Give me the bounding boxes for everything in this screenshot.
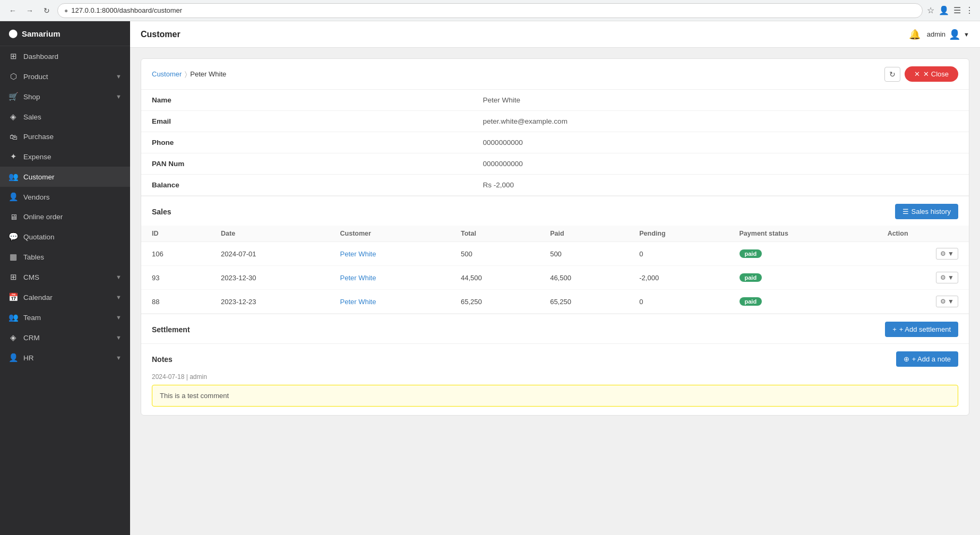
cell-paid: 500 — [539, 242, 629, 266]
hr-icon: 👤 — [8, 353, 18, 363]
sales-icon: ◈ — [8, 112, 18, 122]
app-layout: ⬤ Samarium ⊞ Dashboard ⬡ Product ▼ 🛒 Sho… — [0, 21, 980, 535]
sidebar-item-cms[interactable]: ⊞ CMS ▼ — [0, 267, 130, 287]
cell-customer[interactable]: Peter White — [330, 290, 450, 314]
back-button[interactable]: ← — [6, 4, 19, 17]
sidebar-item-shop[interactable]: 🛒 Shop ▼ — [0, 87, 130, 107]
close-button[interactable]: ✕ ✕ Close — [905, 66, 958, 82]
add-settlement-button[interactable]: + + Add settlement — [885, 322, 958, 337]
sidebar-item-dashboard[interactable]: ⊞ Dashboard — [0, 46, 130, 66]
cell-status: paid — [729, 290, 877, 314]
info-row-phone: Phone 0000000000 — [141, 132, 969, 153]
sidebar-item-left: 🛒 Shop — [8, 92, 40, 101]
sidebar-item-left: 🛍 Purchase — [8, 132, 54, 141]
sidebar-item-tables[interactable]: ▦ Tables — [0, 247, 130, 267]
col-header-action: Action — [877, 226, 969, 242]
sidebar-item-label: Vendors — [23, 193, 50, 201]
sidebar-item-purchase[interactable]: 🛍 Purchase — [0, 127, 130, 146]
chevron-icon: ▼ — [116, 274, 122, 280]
cell-pending: 0 — [629, 290, 728, 314]
user-avatar-icon: 👤 — [949, 29, 960, 40]
sidebar-item-online-order[interactable]: 🖥 Online order — [0, 207, 130, 227]
sidebar-item-label: Tables — [23, 253, 44, 261]
crm-icon: ◈ — [8, 333, 18, 342]
sidebar-item-quotation[interactable]: 💬 Quotation — [0, 227, 130, 247]
product-icon: ⬡ — [8, 72, 18, 81]
address-bar[interactable]: ● 127.0.0.1:8000/dashboard/customer — [57, 3, 923, 18]
sales-table-header: IDDateCustomerTotalPaidPendingPayment st… — [141, 226, 969, 242]
sidebar-item-label: HR — [23, 354, 34, 362]
note-meta: 2024-07-18 | admin — [152, 373, 958, 381]
col-header-date: Date — [210, 226, 329, 242]
info-row-email: Email peter.white@example.com — [141, 111, 969, 132]
breadcrumb-separator: 〉 — [185, 70, 187, 79]
sidebar-item-label: CRM — [23, 334, 40, 342]
profile-icon[interactable]: 👤 — [939, 5, 949, 15]
sidebar-item-customer[interactable]: 👥 Customer — [0, 167, 130, 187]
sidebar-item-label: Purchase — [23, 133, 54, 141]
cell-date: 2023-12-23 — [210, 290, 329, 314]
user-menu[interactable]: admin 👤 ▼ — [927, 29, 969, 40]
sidebar-item-left: 👤 Vendors — [8, 192, 50, 202]
breadcrumb-current: Peter White — [190, 70, 226, 78]
breadcrumb-parent[interactable]: Customer — [152, 70, 182, 78]
calendar-icon: 📅 — [8, 292, 18, 302]
cell-customer[interactable]: Peter White — [330, 266, 450, 290]
purchase-icon: 🛍 — [8, 132, 18, 141]
close-icon: ✕ — [914, 70, 920, 78]
forward-button[interactable]: → — [23, 4, 36, 17]
sidebar-item-hr[interactable]: 👤 HR ▼ — [0, 348, 130, 368]
dashboard-icon: ⊞ — [8, 51, 18, 61]
action-gear-button[interactable]: ⚙ ▼ — [936, 248, 958, 260]
cell-customer[interactable]: Peter White — [330, 242, 450, 266]
refresh-button[interactable]: ↻ — [884, 67, 900, 82]
reload-button[interactable]: ↻ — [40, 4, 53, 17]
cms-icon: ⊞ — [8, 272, 18, 282]
notes-section-title: Notes — [152, 355, 173, 364]
add-note-button[interactable]: ⊕ + Add a note — [896, 351, 958, 367]
cell-date: 2023-12-30 — [210, 266, 329, 290]
vendors-icon: 👤 — [8, 192, 18, 202]
sidebar-item-expense[interactable]: ✦ Expense — [0, 146, 130, 167]
chevron-icon: ▼ — [116, 93, 122, 100]
customer-info-table: Name Peter White Email peter.white@examp… — [141, 90, 969, 196]
action-gear-button[interactable]: ⚙ ▼ — [936, 272, 958, 283]
chevron-icon: ▼ — [116, 73, 122, 80]
sidebar-item-vendors[interactable]: 👤 Vendors — [0, 187, 130, 207]
sales-history-button[interactable]: ☰ Sales history — [895, 204, 958, 219]
notification-bell[interactable]: 🔔 — [909, 29, 921, 40]
cell-action: ⚙ ▼ — [877, 242, 969, 266]
action-gear-button[interactable]: ⚙ ▼ — [936, 296, 958, 307]
sidebar-item-label: Expense — [23, 153, 51, 161]
cell-status: paid — [729, 266, 877, 290]
chevron-icon: ▼ — [116, 334, 122, 341]
sidebar-item-label: Customer — [23, 173, 55, 181]
sidebar-item-left: 🖥 Online order — [8, 212, 63, 221]
cell-id: 93 — [141, 266, 210, 290]
cell-id: 106 — [141, 242, 210, 266]
sidebar-item-product[interactable]: ⬡ Product ▼ — [0, 66, 130, 87]
sidebar-item-sales[interactable]: ◈ Sales — [0, 107, 130, 127]
breadcrumb: Customer 〉 Peter White — [152, 70, 226, 79]
table-row: 88 2023-12-23 Peter White 65,250 65,250 … — [141, 290, 969, 314]
sidebar-item-label: Quotation — [23, 233, 55, 241]
sidebar-item-label: Shop — [23, 93, 40, 101]
main-content: Customer 〉 Peter White ↻ ✕ ✕ Close — [130, 48, 980, 535]
extensions-icon[interactable]: ☰ — [953, 5, 961, 15]
sidebar-item-left: 📅 Calendar — [8, 292, 53, 302]
cell-total: 44,500 — [450, 266, 539, 290]
sidebar-item-crm[interactable]: ◈ CRM ▼ — [0, 327, 130, 348]
col-header-id: ID — [141, 226, 210, 242]
customer-card: Customer 〉 Peter White ↻ ✕ ✕ Close — [141, 58, 969, 416]
topbar-right: 🔔 admin 👤 ▼ — [909, 29, 969, 40]
sidebar-item-left: ▦ Tables — [8, 252, 44, 262]
menu-icon[interactable]: ⋮ — [965, 5, 974, 15]
sidebar-item-left: ◈ CRM — [8, 333, 40, 342]
bookmark-icon[interactable]: ☆ — [927, 5, 934, 15]
sidebar-item-team[interactable]: 👥 Team ▼ — [0, 307, 130, 327]
sidebar-item-calendar[interactable]: 📅 Calendar ▼ — [0, 287, 130, 307]
sales-table: IDDateCustomerTotalPaidPendingPayment st… — [141, 226, 969, 314]
cell-id: 88 — [141, 290, 210, 314]
sidebar-item-label: CMS — [23, 273, 39, 281]
sidebar-item-label: Online order — [23, 213, 63, 221]
